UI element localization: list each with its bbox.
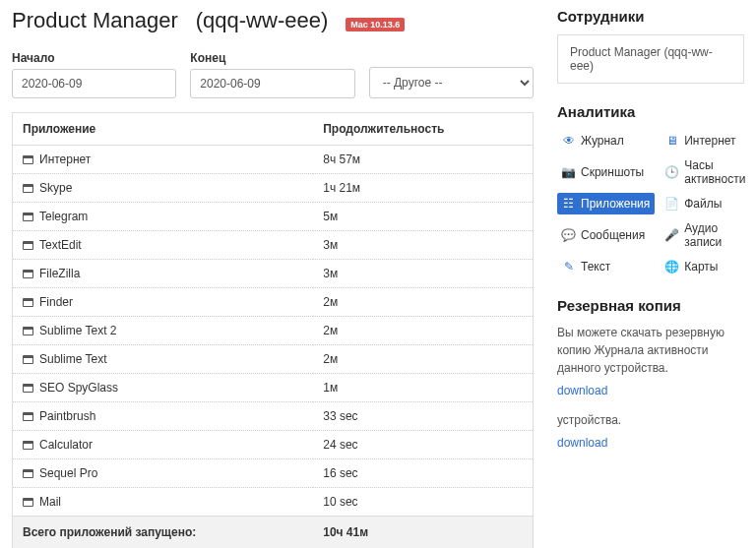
app-duration: 8ч 57м (313, 146, 533, 174)
app-duration: 1ч 21м (313, 174, 533, 203)
nav-item-label: Файлы (684, 197, 722, 211)
globe-icon: 🌐 (665, 261, 678, 274)
app-duration: 1м (313, 374, 533, 402)
window-icon (23, 155, 33, 164)
nav-item-label: Часы активности (684, 158, 745, 186)
app-duration: 5м (313, 203, 533, 231)
app-name: Sublime Text (39, 352, 106, 366)
camera-icon: 📷 (562, 166, 575, 179)
window-icon (23, 270, 33, 278)
app-name: Mail (39, 495, 61, 509)
page-header: Product Manager (qqq-ww-eee) Mac 10.13.6 (12, 8, 534, 33)
grid-icon: ☷ (562, 198, 575, 211)
nav-item-аудио-записи[interactable]: 🎤Аудио записи (661, 217, 750, 253)
nav-item-карты[interactable]: 🌐Карты (661, 256, 750, 277)
os-badge: Mac 10.13.6 (346, 18, 405, 31)
nav-item-label: Текст (581, 260, 610, 274)
mic-icon: 🎤 (665, 229, 678, 242)
app-duration: 10 sec (313, 488, 533, 517)
nav-item-label: Приложения (581, 197, 650, 211)
monitor-icon: 🖥 (665, 135, 678, 148)
table-row: Интернет8ч 57м (13, 146, 534, 174)
window-icon (23, 498, 33, 507)
app-duration: 3м (313, 231, 533, 260)
apps-table: Приложение Продолжительность Интернет8ч … (12, 112, 534, 548)
window-icon (23, 469, 33, 478)
employee-select[interactable]: Product Manager (qqq-ww-eee) (557, 34, 744, 84)
table-row: Sublime Text 22м (13, 317, 534, 345)
table-row: TextEdit3м (13, 231, 534, 260)
app-name: Sequel Pro (39, 466, 97, 480)
filters-row: Начало Конец -- Другое -- (12, 51, 534, 98)
download-link[interactable]: download (557, 384, 607, 397)
nav-item-label: Карты (684, 260, 718, 274)
app-name: Интернет (39, 152, 91, 166)
app-name: TextEdit (39, 238, 82, 252)
window-icon (23, 384, 33, 393)
window-icon (23, 213, 33, 221)
employees-section: Сотрудники Product Manager (qqq-ww-eee) (557, 8, 744, 84)
app-name: SEO SpyGlass (39, 381, 118, 395)
window-icon (23, 327, 33, 335)
nav-item-журнал[interactable]: 👁Журнал (557, 130, 655, 152)
end-date-label: Конец (190, 51, 354, 65)
app-duration: 2м (313, 345, 533, 374)
table-row: Calculator24 sec (13, 431, 534, 459)
backup-section: Резервная копия Вы можете скачать резерв… (557, 297, 744, 463)
backup-heading: Резервная копия (557, 297, 744, 314)
nav-item-label: Интернет (684, 134, 735, 148)
table-footer-value: 10ч 41м (313, 517, 533, 549)
nav-item-label: Сообщения (581, 228, 645, 242)
page-title: Product Manager (12, 8, 178, 33)
file-icon: 📄 (665, 198, 678, 211)
app-duration: 2м (313, 317, 533, 345)
start-date-label: Начало (12, 51, 176, 65)
app-name: FileZilla (39, 267, 80, 280)
window-icon (23, 298, 33, 307)
start-date-input[interactable] (12, 69, 176, 98)
nav-item-файлы[interactable]: 📄Файлы (661, 193, 750, 214)
nav-item-label: Скриншоты (581, 165, 644, 179)
app-name: Sublime Text 2 (39, 324, 117, 337)
chat-icon: 💬 (562, 229, 575, 242)
table-row: Telegram5м (13, 203, 534, 231)
backup-text: Вы можете скачать резервную копию Журнал… (557, 324, 744, 377)
app-name: Paintbrush (39, 409, 95, 423)
eye-icon: 👁 (562, 135, 575, 148)
table-row: Paintbrush33 sec (13, 402, 534, 431)
window-icon (23, 355, 33, 364)
window-icon (23, 412, 33, 421)
app-duration: 24 sec (313, 431, 533, 459)
table-row: SEO SpyGlass1м (13, 374, 534, 402)
employees-heading: Сотрудники (557, 8, 744, 25)
analytics-section: Аналитика 👁Журнал🖥Интернет📷Скриншоты🕒Час… (557, 103, 744, 277)
table-row: Skype1ч 21м (13, 174, 534, 203)
nav-item-сообщения[interactable]: 💬Сообщения (557, 217, 655, 253)
app-duration: 2м (313, 288, 533, 317)
nav-item-приложения[interactable]: ☷Приложения (557, 193, 655, 214)
backup-text-2: устройства. (557, 411, 744, 429)
download-link-2[interactable]: download (557, 436, 607, 450)
nav-item-интернет[interactable]: 🖥Интернет (661, 130, 750, 152)
window-icon (23, 441, 33, 450)
end-date-input[interactable] (190, 69, 354, 98)
table-row: Sequel Pro16 sec (13, 459, 534, 488)
nav-item-label: Аудио записи (684, 221, 745, 249)
table-row: Mail10 sec (13, 488, 534, 517)
window-icon (23, 241, 33, 250)
app-name: Telegram (39, 210, 88, 223)
table-row: FileZilla3м (13, 260, 534, 288)
nav-item-часы-активности[interactable]: 🕒Часы активности (661, 154, 750, 190)
app-duration: 16 sec (313, 459, 533, 488)
other-select[interactable]: -- Другое -- (369, 67, 534, 98)
col-duration-header: Продолжительность (313, 113, 533, 146)
table-row: Sublime Text2м (13, 345, 534, 374)
app-duration: 33 sec (313, 402, 533, 431)
nav-item-текст[interactable]: ✎Текст (557, 256, 655, 277)
col-app-header: Приложение (13, 113, 314, 146)
nav-item-скриншоты[interactable]: 📷Скриншоты (557, 154, 655, 190)
nav-item-label: Журнал (581, 134, 624, 148)
page-subtitle: (qqq-ww-eee) (196, 8, 329, 33)
analytics-heading: Аналитика (557, 103, 744, 120)
app-name: Calculator (39, 438, 93, 452)
